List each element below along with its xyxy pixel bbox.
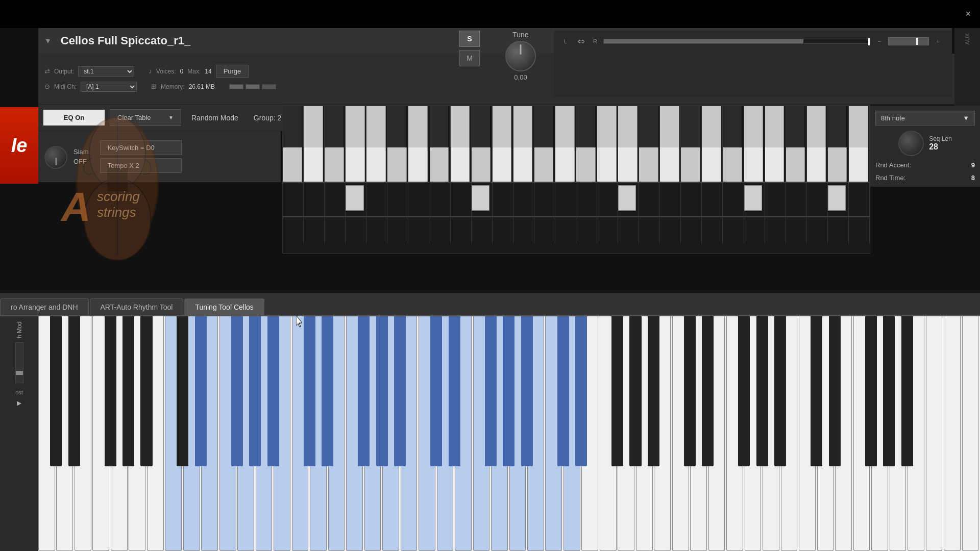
memory-value: 26.61 MB	[189, 83, 215, 90]
l-label: L	[564, 38, 569, 44]
midi-select[interactable]: [A] 1	[81, 82, 137, 92]
right-controls: 8th note ▼ Seq Len 28 Rnd Accent: 9 Rnd …	[870, 106, 980, 187]
slam-labels: Slam OFF	[74, 148, 89, 165]
close-button[interactable]: ×	[961, 7, 975, 21]
black-key[interactable]	[105, 316, 116, 466]
black-key[interactable]	[50, 316, 62, 466]
group-label: Group: 2	[249, 114, 286, 122]
black-key[interactable]	[774, 316, 786, 466]
black-key[interactable]	[829, 316, 841, 466]
rnd-time-value: 8	[971, 174, 975, 182]
black-key[interactable]	[521, 316, 533, 466]
voices-value: 0	[180, 68, 184, 75]
note-dropdown[interactable]: 8th note ▼	[875, 111, 975, 126]
tab-art-label: ART-Auto Rhythm Tool	[101, 303, 173, 311]
black-key[interactable]	[304, 316, 315, 466]
black-key[interactable]	[68, 316, 80, 466]
tab-tuning[interactable]: Tuning Tool Cellos	[184, 298, 264, 315]
white-key[interactable]	[962, 316, 979, 551]
black-key[interactable]	[231, 316, 243, 466]
white-key[interactable]	[944, 316, 961, 551]
black-key[interactable]	[883, 316, 895, 466]
black-key[interactable]	[557, 316, 569, 466]
s-button[interactable]: S	[459, 31, 480, 47]
scoring-label: scoring	[97, 189, 140, 205]
tempo-button[interactable]: Tempo X 2	[100, 158, 182, 173]
minus-btn[interactable]: −	[877, 38, 881, 45]
piano-roll-upper	[283, 106, 870, 183]
black-key[interactable]	[249, 316, 261, 466]
note-label: 8th note	[881, 114, 905, 122]
black-key[interactable]	[811, 316, 822, 466]
tune-knob[interactable]	[505, 41, 536, 71]
rnd-time-label: Rnd Time:	[875, 174, 905, 182]
rnd-accent-label: Rnd Accent:	[875, 161, 911, 169]
h-mod-label: h Mod	[16, 321, 23, 338]
eq-button[interactable]: EQ On	[43, 110, 105, 126]
volume-fill	[604, 39, 803, 43]
black-key[interactable]	[376, 316, 388, 466]
black-key[interactable]	[267, 316, 279, 466]
keyboard-container[interactable]	[38, 316, 980, 551]
voices-label: Voices:	[156, 68, 176, 75]
black-key[interactable]	[756, 316, 768, 466]
black-key[interactable]	[140, 316, 152, 466]
slam-knob[interactable]	[44, 146, 67, 169]
clear-table-dropdown[interactable]: Clear Table ▼	[110, 109, 181, 126]
tab-arranger[interactable]: ro Arranger and DNH	[0, 298, 89, 315]
meter-bar-1	[229, 84, 243, 89]
tab-tuning-label: Tuning Tool Cellos	[195, 303, 253, 311]
fader-bar[interactable]	[888, 37, 929, 45]
plus-btn[interactable]: +	[936, 38, 940, 45]
black-key[interactable]	[629, 316, 641, 466]
r-label: R	[593, 38, 598, 44]
header-dropdown-arrow[interactable]: ▼	[44, 37, 52, 45]
black-key[interactable]	[738, 316, 750, 466]
black-key[interactable]	[575, 316, 587, 466]
black-key[interactable]	[449, 316, 460, 466]
seq-len-label: Seq Len	[929, 135, 952, 142]
black-key[interactable]	[430, 316, 442, 466]
letter-a: A	[61, 184, 91, 231]
aux-label: AUX	[964, 33, 970, 45]
tabs-row: ro Arranger and DNH ART-Auto Rhythm Tool…	[0, 293, 980, 316]
black-key[interactable]	[503, 316, 514, 466]
black-key[interactable]	[702, 316, 714, 466]
slam-row: Slam OFF KeySwitch = D0 Tempo X 2	[38, 131, 281, 182]
black-key[interactable]	[901, 316, 913, 466]
white-key[interactable]	[926, 316, 943, 551]
tab-art[interactable]: ART-Auto Rhythm Tool	[90, 298, 184, 315]
m-button[interactable]: M	[459, 50, 480, 66]
black-key[interactable]	[358, 316, 370, 466]
keyswitch-button[interactable]: KeySwitch = D0	[100, 140, 182, 155]
output-select[interactable]: st.1	[78, 66, 134, 77]
black-key[interactable]	[122, 316, 134, 466]
black-key[interactable]	[684, 316, 696, 466]
seq-len-container: Seq Len 28	[875, 131, 975, 156]
slam-label: Slam	[74, 148, 89, 156]
max-label: Max:	[187, 68, 201, 75]
volume-display: L ⇔ R − +	[554, 31, 952, 97]
ie-label: Ie	[0, 107, 38, 184]
clear-table-arrow: ▼	[168, 115, 174, 120]
black-key[interactable]	[648, 316, 659, 466]
black-key[interactable]	[322, 316, 333, 466]
seq-len-knob[interactable]	[898, 131, 924, 156]
piano-roll-lower	[283, 183, 870, 217]
tune-label: Tune	[512, 31, 528, 39]
black-key[interactable]	[195, 316, 207, 466]
black-key[interactable]	[485, 316, 497, 466]
black-key[interactable]	[177, 316, 188, 466]
purge-button[interactable]: Purge	[216, 65, 249, 78]
piano-roll[interactable]	[282, 106, 870, 254]
black-key[interactable]	[394, 316, 406, 466]
mod-slider[interactable]	[15, 342, 23, 383]
black-key[interactable]	[611, 316, 623, 466]
tune-area: Tune 0.00	[505, 31, 536, 81]
seq-len-value: 28	[929, 142, 952, 152]
volume-bar[interactable]	[603, 39, 870, 44]
output-label: Output:	[54, 68, 74, 75]
bottom-section: h Mod ost ▶	[0, 316, 980, 551]
black-key[interactable]	[865, 316, 877, 466]
top-bar: ×	[0, 0, 980, 28]
